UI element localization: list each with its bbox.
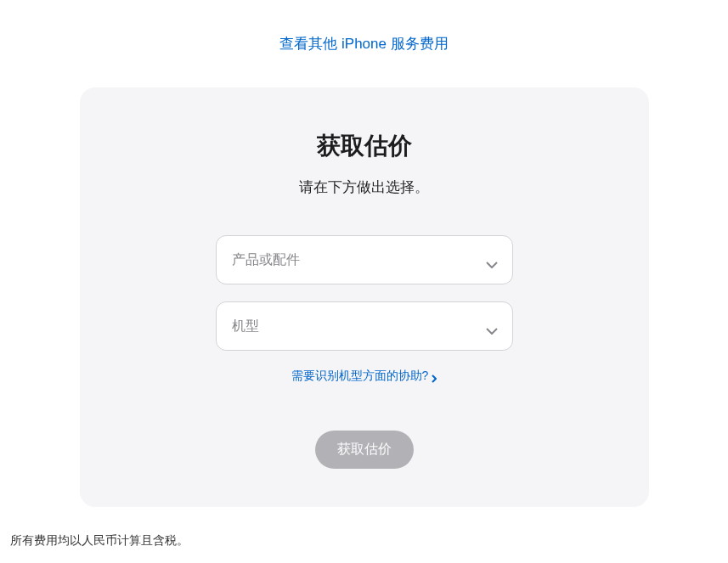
get-estimate-button[interactable]: 获取估价 — [315, 431, 414, 469]
help-link-container: 需要识别机型方面的协助? — [114, 368, 615, 384]
identify-model-help-link[interactable]: 需要识别机型方面的协助? — [291, 369, 437, 384]
estimate-card: 获取估价 请在下方做出选择。 产品或配件 机型 需要识别机型方面的协助? — [80, 87, 649, 507]
model-select-placeholder: 机型 — [232, 318, 259, 335]
product-select[interactable]: 产品或配件 — [216, 235, 513, 284]
help-link-text: 需要识别机型方面的协助? — [291, 369, 429, 384]
product-select-placeholder: 产品或配件 — [232, 251, 300, 269]
model-select[interactable]: 机型 — [216, 301, 513, 351]
product-select-wrapper: 产品或配件 — [216, 235, 513, 284]
model-select-wrapper: 机型 — [216, 301, 513, 351]
other-services-link[interactable]: 查看其他 iPhone 服务费用 — [279, 36, 448, 52]
chevron-right-icon — [432, 372, 437, 380]
card-title: 获取估价 — [114, 130, 615, 162]
card-subtitle: 请在下方做出选择。 — [114, 177, 615, 197]
notes-section: 所有费用均以人民币计算且含税。 截至 2023 年 2 月底，保外电池服务的费用… — [0, 507, 728, 563]
page-container: 查看其他 iPhone 服务费用 获取估价 请在下方做出选择。 产品或配件 机型… — [0, 0, 728, 563]
top-link-container: 查看其他 iPhone 服务费用 — [0, 34, 728, 53]
note-line-1: 所有费用均以人民币计算且含税。 — [10, 528, 718, 552]
